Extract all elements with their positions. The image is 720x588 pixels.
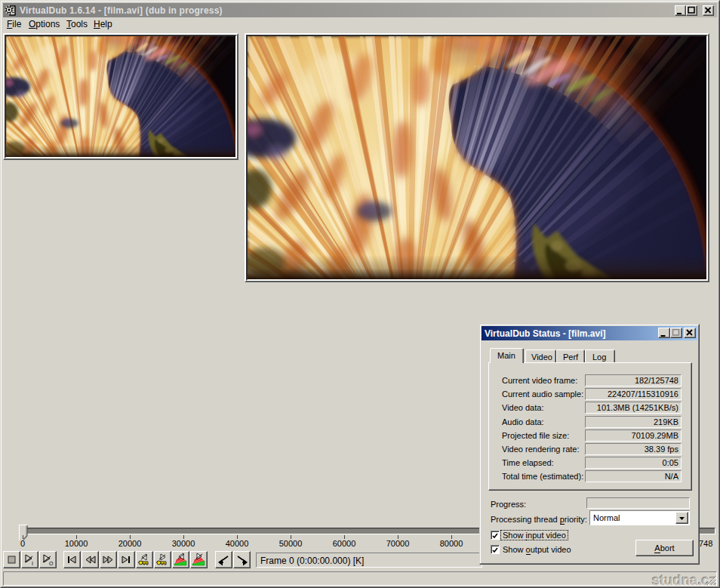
svg-text:O: O bbox=[49, 561, 54, 566]
svg-text:I: I bbox=[32, 561, 33, 566]
